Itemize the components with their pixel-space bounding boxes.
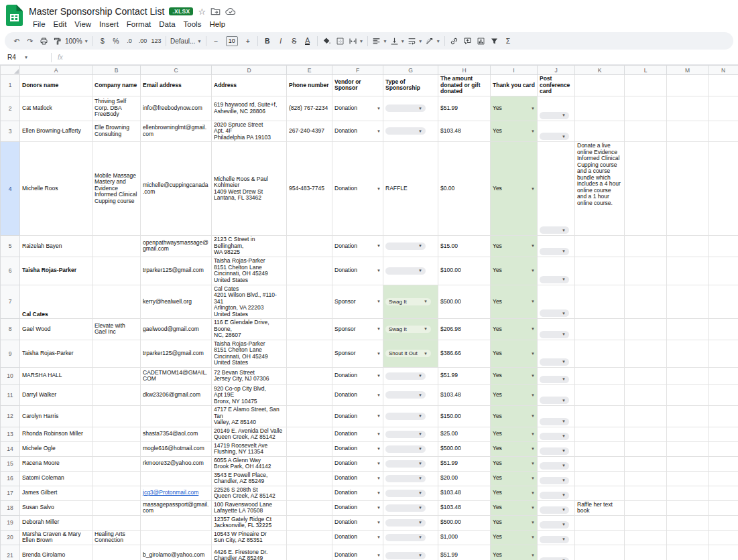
cell-K15[interactable] (575, 456, 625, 471)
cell-C2[interactable]: info@freebodynow.com (141, 96, 212, 121)
cell-F15[interactable]: Donation▼ (332, 456, 383, 471)
cell-D6[interactable]: Taisha Rojas-Parker 8151 Chelton Lane Ci… (212, 257, 287, 285)
email-link[interactable]: jcg3@Protonmail.com (143, 489, 198, 496)
cell-F2[interactable]: Donation▼ (332, 96, 383, 121)
row-header-12[interactable]: 12 (1, 406, 20, 427)
cell-B17[interactable] (93, 486, 141, 500)
cell-L10[interactable] (625, 367, 667, 384)
cell-G9[interactable]: Shout It Out▼ (383, 340, 438, 367)
cell-G17[interactable]: ▼ (383, 486, 438, 500)
type-dropdown-chip[interactable]: ▼ (385, 445, 426, 453)
post-card-dropdown-chip[interactable]: ▼ (540, 276, 569, 283)
cell-N18[interactable] (709, 500, 738, 515)
row-header-18[interactable]: 18 (1, 500, 20, 515)
cell-E21[interactable] (287, 545, 332, 560)
cell-I12[interactable]: Yes▼ (491, 406, 538, 427)
post-card-dropdown-chip[interactable]: ▼ (540, 462, 569, 470)
cell-H4[interactable]: $0.00 (438, 142, 491, 236)
cell-N17[interactable] (709, 486, 738, 500)
post-card-dropdown-chip[interactable]: ▼ (540, 557, 569, 560)
cell-K4[interactable]: Donate a live online Evidence Informed C… (575, 142, 625, 236)
redo-button[interactable]: ↷ (23, 34, 37, 48)
cell-B11[interactable] (93, 384, 141, 406)
insert-chart-button[interactable] (475, 34, 488, 48)
type-dropdown-chip[interactable]: Swag It▼ (385, 298, 431, 305)
cell-H20[interactable]: $1,000 (438, 530, 491, 545)
cell-B15[interactable] (93, 456, 141, 471)
cell-A12[interactable]: Carolyn Harris (20, 406, 93, 427)
move-folder-icon[interactable] (210, 7, 221, 15)
post-card-dropdown-chip[interactable]: ▼ (540, 397, 569, 404)
column-header-I[interactable]: I (491, 66, 538, 75)
cell-K8[interactable] (575, 319, 625, 340)
cell-C21[interactable]: b_girolamo@yahoo.com (141, 545, 212, 560)
cell-D15[interactable]: 6055 A Glenn Way Brook Park, OH 44142 (212, 456, 287, 471)
cell-A4[interactable]: Michelle Roos (20, 142, 93, 236)
cell-F12[interactable]: Donation▼ (332, 406, 383, 427)
cell-A5[interactable]: Raizelah Bayen (20, 236, 93, 257)
cell-A8[interactable]: Gael Wood (20, 319, 93, 340)
cell-E20[interactable] (287, 530, 332, 545)
cell-D11[interactable]: 920 Co-op City Blvd, Apt 19E Bronx, NY 1… (212, 384, 287, 406)
formula-input[interactable] (63, 50, 738, 64)
cell-N8[interactable] (709, 319, 738, 340)
type-dropdown-chip[interactable]: Swag It▼ (385, 326, 431, 333)
cell-L13[interactable] (625, 427, 667, 441)
cell-E2[interactable]: (828) 767-2234 (287, 96, 332, 121)
thank-you-dropdown[interactable]: Yes▼ (493, 372, 535, 379)
cell-F14[interactable]: Donation▼ (332, 441, 383, 456)
post-card-dropdown-chip[interactable]: ▼ (540, 112, 569, 119)
cell-N13[interactable] (709, 427, 738, 441)
cell-D13[interactable]: 20149 E. Avenida Del Valle Queen Creek, … (212, 427, 287, 441)
row-header-21[interactable]: 21 (1, 545, 20, 560)
row-header-16[interactable]: 16 (1, 471, 20, 486)
star-icon[interactable]: ☆ (198, 7, 206, 16)
cell-C5[interactable]: openpathwaysmassage@gmail.com (141, 236, 212, 257)
column-header-A[interactable]: A (20, 66, 93, 75)
document-title[interactable]: Master Sponsorship Contact List (29, 6, 164, 17)
menu-view[interactable]: View (70, 19, 95, 29)
row-header-4[interactable]: 4 (1, 142, 20, 236)
type-dropdown-chip[interactable]: ▼ (385, 127, 426, 135)
thank-you-dropdown[interactable]: Yes▼ (493, 350, 535, 357)
paint-format-button[interactable] (50, 34, 64, 48)
cell-J9[interactable]: ▼ (538, 340, 575, 367)
cell-J10[interactable]: ▼ (538, 367, 575, 384)
cell-A18[interactable]: Susan Salvo (20, 500, 93, 515)
cell-H12[interactable]: $150.00 (438, 406, 491, 427)
undo-button[interactable]: ↶ (10, 34, 23, 48)
cell-N21[interactable] (709, 545, 738, 560)
cell-H17[interactable]: $103.48 (438, 486, 491, 500)
row-header-14[interactable]: 14 (1, 441, 20, 456)
cell-G14[interactable]: ▼ (383, 441, 438, 456)
cell-M20[interactable] (667, 530, 709, 545)
cell-D2[interactable]: 619 haywood rd, Suite+f, Asheville, NC 2… (212, 96, 287, 121)
text-rotation-button[interactable]: ▼ (424, 34, 441, 48)
cell-F1[interactable]: Vendor or Sponsor (332, 75, 383, 96)
thank-you-dropdown[interactable]: Yes▼ (493, 128, 535, 135)
cell-N5[interactable] (709, 236, 738, 257)
vendor-dropdown[interactable]: Donation▼ (334, 552, 381, 559)
row-header-8[interactable]: 8 (1, 319, 20, 340)
type-dropdown-chip[interactable]: ▼ (385, 242, 426, 250)
cell-L7[interactable] (625, 285, 667, 319)
cell-F18[interactable]: Donation▼ (332, 500, 383, 515)
cell-D12[interactable]: 4717 E Alamo Street, San Tan Valley, AZ … (212, 406, 287, 427)
cell-I13[interactable]: Yes▼ (491, 427, 538, 441)
cell-C3[interactable]: ellenbrowninglmt@gmail.com (141, 121, 212, 142)
cell-N16[interactable] (709, 471, 738, 486)
row-header-1[interactable]: 1 (1, 75, 20, 96)
thank-you-dropdown[interactable]: Yes▼ (493, 413, 535, 420)
thank-you-dropdown[interactable]: Yes▼ (493, 519, 535, 526)
cell-J8[interactable]: ▼ (538, 319, 575, 340)
post-card-dropdown-chip[interactable]: ▼ (540, 418, 569, 425)
cell-K5[interactable] (575, 236, 625, 257)
column-header-E[interactable]: E (287, 66, 332, 75)
cell-I6[interactable]: Yes▼ (491, 257, 538, 285)
cell-A11[interactable]: Darryl Walker (20, 384, 93, 406)
cell-C17[interactable]: jcg3@Protonmail.com (141, 486, 212, 500)
cell-J5[interactable]: ▼ (538, 236, 575, 257)
post-card-dropdown-chip[interactable]: ▼ (540, 447, 569, 455)
cell-D1[interactable]: Address (212, 75, 287, 96)
cell-K17[interactable] (575, 486, 625, 500)
